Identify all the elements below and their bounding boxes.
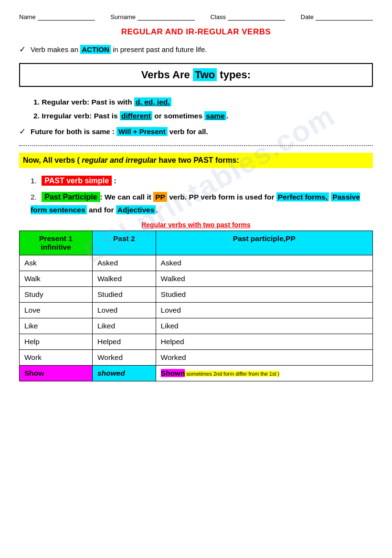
list-item: 1. Regular verb: Past is with d, ed, ied…	[33, 96, 373, 107]
date-field: Date	[301, 13, 373, 21]
table-row: StudyStudiedStudied	[20, 286, 373, 302]
list-item: 2. Irregular verb: Past is different or …	[33, 110, 373, 121]
future-text: Future for both is same : Will + Present…	[31, 127, 208, 136]
date-label: Date	[301, 13, 314, 21]
table-cell: Asked	[156, 255, 372, 271]
surname-label: Surname	[110, 13, 136, 21]
page: ESLprintables.com Name Surname Class Dat…	[0, 0, 392, 558]
table-cell: Walked	[156, 271, 372, 286]
show-col1: Show	[20, 365, 93, 381]
pp-highlight: PP	[153, 192, 167, 202]
table-row: HelpHelpedHelped	[20, 334, 373, 349]
table-cell: Helped	[156, 334, 372, 349]
table-row: ShowshowedShown sometimes 2nd form diffe…	[20, 365, 373, 381]
table-cell: Asked	[92, 255, 156, 271]
table-row: LikeLikedLiked	[20, 318, 373, 334]
perfect-highlight: Perfect forms,	[276, 192, 329, 201]
table-cell: Loved	[156, 302, 372, 318]
table-cell: Worked	[92, 349, 156, 365]
past-verb-simple-highlight: PAST verb simple	[42, 176, 112, 186]
action-highlight: ACTION	[80, 45, 111, 54]
table-cell: Walk	[20, 271, 93, 286]
table-title: Regular verbs with two past forms	[19, 221, 373, 229]
table-cell: Work	[20, 349, 93, 365]
shown-highlight: Shown	[161, 369, 185, 377]
dotted-separator	[19, 145, 373, 146]
table-cell: Like	[20, 318, 93, 334]
table-cell: Worked	[156, 349, 372, 365]
future-line: ✓ Future for both is same : Will + Prese…	[19, 126, 373, 137]
will-highlight: Will + Present	[117, 127, 168, 136]
name-line	[38, 14, 95, 21]
show-col2: showed	[92, 365, 156, 381]
past-form-2: 2. Past Participle: We can call it PP ve…	[31, 190, 373, 216]
date-line	[316, 14, 373, 21]
shown-note: sometimes 2nd form differ from the 1st )	[185, 371, 279, 377]
table-row: WalkWalkedWalked	[20, 271, 373, 286]
past-forms-list: 1. PAST verb simple : 2. Past Participle…	[19, 175, 373, 216]
table-row: WorkWorkedWorked	[20, 349, 373, 365]
table-cell: Ask	[20, 255, 93, 271]
show-col3: Shown sometimes 2nd form differ from the…	[156, 365, 372, 381]
table-header-col3: Past participle,PP	[156, 231, 372, 255]
verbs-table: Present 1infinitive Past 2 Past particip…	[19, 231, 373, 381]
verbs-types-box: Verbs Are Two types:	[19, 63, 373, 87]
checkmark-icon: ✓	[19, 44, 26, 54]
table-cell: Walked	[92, 271, 156, 286]
table-cell: Liked	[92, 318, 156, 334]
table-row: LoveLovedLoved	[20, 302, 373, 318]
table-cell: Love	[20, 302, 93, 318]
table-row: AskAskedAsked	[20, 255, 373, 271]
table-cell: Loved	[92, 302, 156, 318]
surname-line	[138, 14, 195, 21]
past-participle-highlight: Past Participle	[42, 192, 100, 202]
table-cell: Helped	[92, 334, 156, 349]
table-cell: Studied	[92, 286, 156, 302]
checkmark-icon-2: ✓	[19, 126, 26, 137]
header: Name Surname Class Date	[19, 13, 373, 21]
class-line	[228, 14, 285, 21]
class-field: Class	[210, 13, 285, 21]
page-title: REGULAR AND IR-REGULAR VERBS	[19, 27, 373, 37]
verbs-list: 1. Regular verb: Past is with d, ed, ied…	[19, 96, 373, 122]
class-label: Class	[210, 13, 226, 21]
table-header-col2: Past 2	[92, 231, 156, 255]
table-cell: Liked	[156, 318, 372, 334]
intro-text: Verb makes an ACTION in present past and…	[31, 45, 207, 53]
table-cell: Help	[20, 334, 93, 349]
surname-field: Surname	[110, 13, 195, 21]
table-cell: Studied	[156, 286, 372, 302]
two-highlight: Two	[193, 68, 217, 81]
past-form-1: 1. PAST verb simple :	[31, 175, 373, 187]
yellow-section: Now, All verbs ( regular and irregular h…	[19, 153, 373, 168]
table-header-col1: Present 1infinitive	[20, 231, 93, 255]
table-header-row: Present 1infinitive Past 2 Past particip…	[20, 231, 373, 255]
table-cell: Study	[20, 286, 93, 302]
adjectives-highlight: Adjectives	[116, 205, 156, 214]
intro-line: ✓ Verb makes an ACTION in present past a…	[19, 44, 373, 54]
name-field: Name	[19, 13, 95, 21]
name-label: Name	[19, 13, 36, 21]
table-body: AskAskedAskedWalkWalkedWalkedStudyStudie…	[20, 255, 373, 381]
